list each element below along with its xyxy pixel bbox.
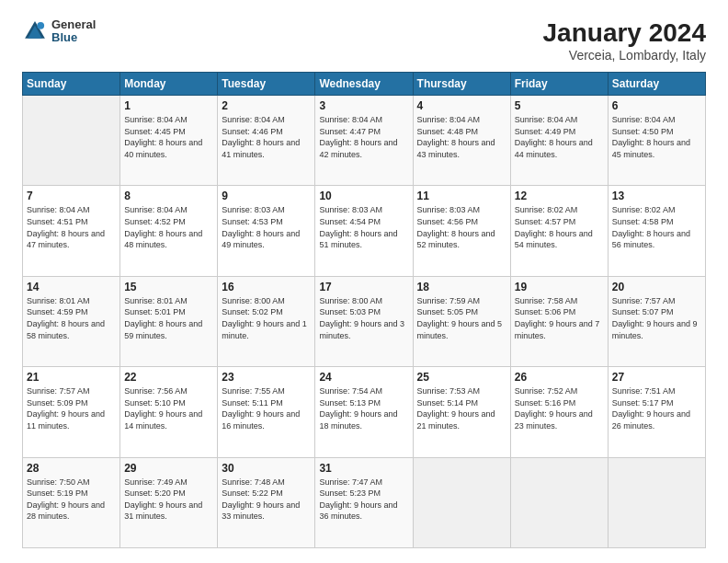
day-info: Sunrise: 8:00 AMSunset: 5:02 PMDaylight:… (222, 295, 311, 341)
page: General Blue January 2024 Verceia, Lomba… (0, 0, 728, 563)
calendar-header: SundayMondayTuesdayWednesdayThursdayFrid… (23, 73, 706, 96)
weekday-header: Thursday (413, 73, 510, 96)
calendar-cell: 9Sunrise: 8:03 AMSunset: 4:53 PMDaylight… (218, 186, 315, 276)
day-info: Sunrise: 8:01 AMSunset: 5:01 PMDaylight:… (124, 295, 213, 341)
day-info: Sunrise: 7:57 AMSunset: 5:09 PMDaylight:… (27, 385, 116, 431)
calendar-cell: 16Sunrise: 8:00 AMSunset: 5:02 PMDayligh… (218, 276, 315, 366)
day-number: 12 (515, 190, 604, 202)
calendar-cell: 12Sunrise: 8:02 AMSunset: 4:57 PMDayligh… (510, 186, 608, 276)
weekday-header: Wednesday (315, 73, 413, 96)
calendar-cell: 30Sunrise: 7:48 AMSunset: 5:22 PMDayligh… (218, 457, 315, 547)
calendar-cell: 29Sunrise: 7:49 AMSunset: 5:20 PMDayligh… (120, 457, 218, 547)
day-number: 11 (417, 190, 506, 202)
day-number: 2 (222, 99, 311, 112)
calendar-cell: 11Sunrise: 8:03 AMSunset: 4:56 PMDayligh… (413, 186, 510, 276)
weekday-header: Monday (120, 73, 218, 96)
calendar-cell: 22Sunrise: 7:56 AMSunset: 5:10 PMDayligh… (120, 367, 218, 457)
day-number: 30 (222, 462, 311, 475)
calendar-cell (23, 96, 120, 186)
day-info: Sunrise: 7:59 AMSunset: 5:05 PMDaylight:… (417, 295, 506, 341)
day-info: Sunrise: 8:02 AMSunset: 4:58 PMDaylight:… (612, 204, 701, 250)
day-number: 29 (124, 462, 213, 475)
day-info: Sunrise: 8:03 AMSunset: 4:56 PMDaylight:… (417, 204, 506, 250)
weekday-header: Sunday (23, 73, 120, 96)
calendar-subtitle: Verceia, Lombardy, Italy (543, 48, 706, 63)
day-number: 9 (222, 190, 311, 202)
day-info: Sunrise: 8:04 AMSunset: 4:46 PMDaylight:… (222, 114, 311, 160)
calendar-week: 14Sunrise: 8:01 AMSunset: 4:59 PMDayligh… (23, 276, 706, 366)
calendar-week: 1Sunrise: 8:04 AMSunset: 4:45 PMDaylight… (23, 96, 706, 186)
day-info: Sunrise: 8:03 AMSunset: 4:53 PMDaylight:… (222, 204, 311, 250)
day-number: 19 (515, 281, 604, 293)
day-info: Sunrise: 7:53 AMSunset: 5:14 PMDaylight:… (417, 385, 506, 431)
day-number: 6 (612, 99, 701, 112)
day-info: Sunrise: 7:48 AMSunset: 5:22 PMDaylight:… (222, 477, 311, 523)
calendar-cell: 6Sunrise: 8:04 AMSunset: 4:50 PMDaylight… (608, 96, 705, 186)
logo-text: General Blue (51, 18, 96, 45)
day-number: 15 (124, 281, 213, 293)
day-info: Sunrise: 8:04 AMSunset: 4:48 PMDaylight:… (417, 114, 506, 160)
day-number: 4 (417, 99, 506, 112)
day-info: Sunrise: 7:50 AMSunset: 5:19 PMDaylight:… (27, 477, 116, 523)
weekday-header: Friday (510, 73, 608, 96)
calendar-cell: 7Sunrise: 8:04 AMSunset: 4:51 PMDaylight… (23, 186, 120, 276)
day-info: Sunrise: 8:04 AMSunset: 4:49 PMDaylight:… (515, 114, 604, 160)
day-number: 10 (319, 190, 408, 202)
day-info: Sunrise: 8:04 AMSunset: 4:52 PMDaylight:… (124, 204, 213, 250)
day-number: 23 (222, 371, 311, 384)
calendar-table: SundayMondayTuesdayWednesdayThursdayFrid… (22, 72, 706, 548)
day-number: 22 (124, 371, 213, 384)
calendar-cell: 19Sunrise: 7:58 AMSunset: 5:06 PMDayligh… (510, 276, 608, 366)
calendar-cell: 26Sunrise: 7:52 AMSunset: 5:16 PMDayligh… (510, 367, 608, 457)
calendar-cell: 18Sunrise: 7:59 AMSunset: 5:05 PMDayligh… (413, 276, 510, 366)
logo-general: General (51, 18, 96, 31)
weekday-row: SundayMondayTuesdayWednesdayThursdayFrid… (23, 73, 706, 96)
calendar-cell: 31Sunrise: 7:47 AMSunset: 5:23 PMDayligh… (315, 457, 413, 547)
calendar-cell: 20Sunrise: 7:57 AMSunset: 5:07 PMDayligh… (608, 276, 705, 366)
calendar-week: 7Sunrise: 8:04 AMSunset: 4:51 PMDaylight… (23, 186, 706, 276)
calendar-week: 21Sunrise: 7:57 AMSunset: 5:09 PMDayligh… (23, 367, 706, 457)
day-info: Sunrise: 8:03 AMSunset: 4:54 PMDaylight:… (319, 204, 408, 250)
day-number: 8 (124, 190, 213, 202)
calendar-cell: 27Sunrise: 7:51 AMSunset: 5:17 PMDayligh… (608, 367, 705, 457)
calendar-cell: 23Sunrise: 7:55 AMSunset: 5:11 PMDayligh… (218, 367, 315, 457)
logo-icon (22, 18, 48, 44)
logo-blue: Blue (51, 31, 96, 44)
day-number: 3 (319, 99, 408, 112)
day-number: 17 (319, 281, 408, 293)
day-info: Sunrise: 7:51 AMSunset: 5:17 PMDaylight:… (612, 385, 701, 431)
calendar-cell (608, 457, 705, 547)
day-info: Sunrise: 8:00 AMSunset: 5:03 PMDaylight:… (319, 295, 408, 341)
day-info: Sunrise: 8:04 AMSunset: 4:45 PMDaylight:… (124, 114, 213, 160)
day-number: 18 (417, 281, 506, 293)
calendar-cell: 4Sunrise: 8:04 AMSunset: 4:48 PMDaylight… (413, 96, 510, 186)
day-number: 14 (27, 281, 116, 293)
day-number: 13 (612, 190, 701, 202)
svg-point-2 (37, 22, 44, 29)
day-number: 27 (612, 371, 701, 384)
day-info: Sunrise: 8:04 AMSunset: 4:50 PMDaylight:… (612, 114, 701, 160)
calendar-title: January 2024 (543, 18, 706, 48)
calendar-body: 1Sunrise: 8:04 AMSunset: 4:45 PMDaylight… (23, 96, 706, 548)
day-number: 7 (27, 190, 116, 202)
calendar-cell: 17Sunrise: 8:00 AMSunset: 5:03 PMDayligh… (315, 276, 413, 366)
day-number: 28 (27, 462, 116, 475)
calendar-cell: 25Sunrise: 7:53 AMSunset: 5:14 PMDayligh… (413, 367, 510, 457)
day-info: Sunrise: 7:56 AMSunset: 5:10 PMDaylight:… (124, 385, 213, 431)
day-number: 24 (319, 371, 408, 384)
logo: General Blue (22, 18, 96, 45)
calendar-cell: 15Sunrise: 8:01 AMSunset: 5:01 PMDayligh… (120, 276, 218, 366)
calendar-cell: 3Sunrise: 8:04 AMSunset: 4:47 PMDaylight… (315, 96, 413, 186)
day-info: Sunrise: 7:52 AMSunset: 5:16 PMDaylight:… (515, 385, 604, 431)
day-number: 1 (124, 99, 213, 112)
header: General Blue January 2024 Verceia, Lomba… (22, 18, 706, 63)
weekday-header: Saturday (608, 73, 705, 96)
day-number: 5 (515, 99, 604, 112)
calendar-cell: 10Sunrise: 8:03 AMSunset: 4:54 PMDayligh… (315, 186, 413, 276)
day-info: Sunrise: 8:04 AMSunset: 4:47 PMDaylight:… (319, 114, 408, 160)
day-number: 20 (612, 281, 701, 293)
day-info: Sunrise: 8:04 AMSunset: 4:51 PMDaylight:… (27, 204, 116, 250)
calendar-cell: 8Sunrise: 8:04 AMSunset: 4:52 PMDaylight… (120, 186, 218, 276)
calendar-cell: 5Sunrise: 8:04 AMSunset: 4:49 PMDaylight… (510, 96, 608, 186)
title-block: January 2024 Verceia, Lombardy, Italy (543, 18, 706, 63)
